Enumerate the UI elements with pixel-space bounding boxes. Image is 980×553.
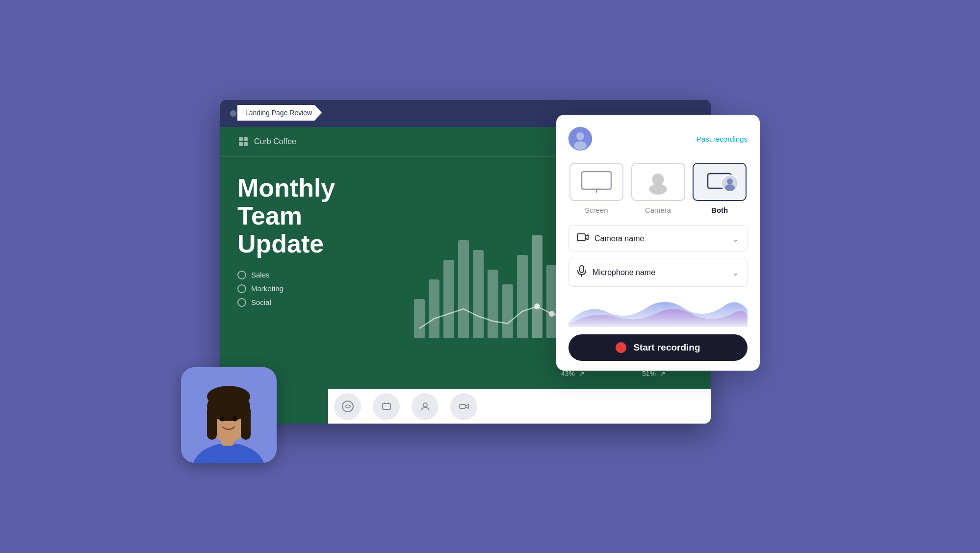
- microphone-dropdown-icon: [577, 265, 587, 279]
- svg-rect-12: [532, 235, 542, 338]
- breadcrumb-tab[interactable]: Landing Page Review: [237, 105, 322, 121]
- bullet-icon: [237, 298, 246, 307]
- record-indicator: [616, 342, 626, 353]
- svg-rect-0: [239, 137, 243, 141]
- both-label: Both: [711, 206, 728, 214]
- bullet-text: Marketing: [251, 284, 284, 293]
- svg-point-40: [727, 178, 733, 184]
- svg-point-37: [652, 174, 664, 185]
- screen-label: Screen: [585, 206, 608, 214]
- breadcrumb-label: Landing Page Review: [245, 109, 312, 117]
- svg-point-34: [576, 132, 584, 140]
- list-item: Marketing: [237, 284, 394, 293]
- bullet-icon: [237, 271, 246, 279]
- user-avatar-photo: [181, 367, 277, 463]
- svg-rect-50: [207, 405, 217, 440]
- window-dot-close[interactable]: [230, 110, 236, 117]
- list-item: Sales: [237, 271, 394, 279]
- svg-point-35: [574, 141, 587, 150]
- svg-point-54: [232, 416, 237, 422]
- recording-panel: Past recordings Screen: [556, 115, 760, 371]
- svg-point-52: [207, 386, 250, 407]
- camera-icon-box: [631, 163, 685, 201]
- icon-circle-2: [373, 393, 400, 420]
- type-option-screen[interactable]: Screen: [568, 163, 624, 214]
- bullet-list: Sales Marketing Social: [237, 271, 394, 307]
- svg-point-31: [423, 403, 427, 407]
- icon-circle-1: [334, 393, 361, 420]
- svg-rect-43: [580, 266, 584, 273]
- svg-rect-2: [239, 142, 243, 146]
- svg-rect-11: [517, 255, 528, 338]
- camera-label: Camera: [645, 206, 671, 214]
- user-photo-svg: [181, 367, 277, 463]
- camera-chevron-icon: ⌄: [732, 233, 739, 244]
- svg-rect-4: [414, 299, 425, 338]
- screen-icon-box: [569, 163, 623, 201]
- svg-point-29: [342, 401, 353, 412]
- logo-text: Curb Coffee: [254, 137, 296, 146]
- camera-dropdown-text: Camera name: [594, 234, 726, 243]
- chart-label-51: 51% ↗: [642, 370, 666, 377]
- svg-rect-8: [473, 250, 484, 338]
- microphone-dropdown-text: Microphone name: [593, 268, 726, 277]
- start-recording-label: Start recording: [633, 342, 700, 353]
- svg-rect-7: [458, 240, 469, 338]
- site-logo: Curb Coffee: [237, 136, 296, 148]
- icon-circle-3: [412, 393, 438, 420]
- svg-rect-51: [241, 405, 251, 440]
- svg-point-41: [725, 184, 735, 191]
- type-option-both[interactable]: Both: [692, 163, 748, 214]
- bullet-text: Sales: [251, 271, 270, 279]
- svg-rect-10: [502, 284, 513, 338]
- bullet-text: Social: [251, 298, 271, 306]
- svg-rect-6: [443, 260, 454, 338]
- bottom-icons-bar: [328, 389, 711, 424]
- microphone-dropdown[interactable]: Microphone name ⌄: [568, 258, 748, 287]
- avatar: [568, 127, 592, 151]
- microphone-chevron-icon: ⌄: [732, 267, 739, 278]
- camera-dropdown-icon: [577, 232, 589, 245]
- svg-point-23: [549, 311, 555, 317]
- svg-point-38: [649, 184, 667, 195]
- svg-point-22: [534, 303, 540, 309]
- bullet-icon: [237, 284, 246, 293]
- svg-rect-1: [244, 137, 248, 141]
- svg-rect-42: [577, 234, 585, 241]
- svg-point-53: [220, 416, 225, 422]
- site-title: Monthly Team Update: [237, 174, 394, 258]
- panel-header: Past recordings: [568, 127, 748, 151]
- camera-dropdown[interactable]: Camera name ⌄: [568, 225, 748, 252]
- svg-rect-30: [383, 403, 390, 409]
- svg-rect-13: [546, 265, 557, 338]
- type-option-camera[interactable]: Camera: [630, 163, 686, 214]
- svg-rect-9: [488, 270, 498, 338]
- both-icon-box: [693, 163, 747, 201]
- logo-icon: [237, 136, 249, 148]
- icon-circle-4: [450, 393, 477, 420]
- main-layout: Landing Page Review Curb Coffee Home: [220, 100, 760, 453]
- start-recording-button[interactable]: Start recording: [568, 334, 748, 361]
- chart-label-43: 43% ↗: [561, 370, 585, 377]
- svg-rect-32: [460, 404, 465, 408]
- svg-rect-3: [244, 142, 248, 146]
- svg-rect-36: [582, 172, 611, 189]
- headline-area: Monthly Team Update Sales Marketing: [237, 174, 394, 307]
- type-selector: Screen Camera: [568, 163, 748, 214]
- audio-waveform: [568, 293, 748, 327]
- list-item: Social: [237, 298, 394, 307]
- svg-rect-5: [429, 279, 439, 338]
- past-recordings-link[interactable]: Past recordings: [696, 135, 748, 143]
